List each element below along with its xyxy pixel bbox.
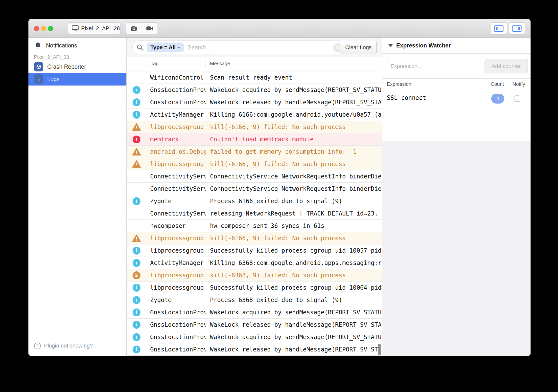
log-level-icon-cell: ! bbox=[127, 123, 146, 131]
log-tag-cell: hwcomposer bbox=[146, 222, 206, 229]
info-icon: i bbox=[133, 284, 140, 292]
log-message-cell: Successfully killed process cgroup uid 1… bbox=[206, 284, 382, 291]
add-counter-button[interactable]: Add counter bbox=[485, 59, 528, 73]
log-level-icon-cell: i bbox=[127, 308, 146, 316]
sidebar-item-logs[interactable]: → Logs bbox=[28, 73, 126, 86]
log-message-cell: WakeLock released by handleMessage(REPOR… bbox=[206, 99, 382, 106]
log-row[interactable]: ilibprocessgroupSuccessfully killed proc… bbox=[127, 282, 382, 294]
search-bar[interactable]: Type = All bbox=[132, 41, 345, 54]
info-icon: i bbox=[133, 197, 140, 205]
log-message-cell: kill(-6166, 9) failed: No such process bbox=[206, 235, 382, 242]
log-row[interactable]: iGnssLocationProviderWakeLock acquired b… bbox=[127, 306, 382, 319]
log-message-cell: kill(-6368, 9) failed: No such process bbox=[206, 272, 382, 279]
log-tag-cell: GnssLocationProvider bbox=[146, 346, 206, 353]
svg-text:!: ! bbox=[136, 150, 137, 155]
log-row[interactable]: iGnssLocationProviderWakeLock acquired b… bbox=[127, 84, 382, 96]
info-icon: i bbox=[133, 111, 140, 119]
title-bar[interactable]: Pixel_2_API_28 bbox=[28, 19, 531, 38]
log-tag-cell: ActivityManager bbox=[146, 260, 206, 266]
log-level-icon-cell: i bbox=[127, 111, 146, 119]
clear-logs-button[interactable]: Clear Logs bbox=[340, 41, 377, 54]
vertical-scrollbar-thumb[interactable] bbox=[378, 344, 381, 355]
collapse-triangle-icon[interactable] bbox=[388, 44, 393, 47]
expression-watcher-title: Expression Watcher bbox=[396, 42, 451, 49]
device-section-label: Pixel_2_API_28 bbox=[34, 54, 69, 60]
column-divider bbox=[206, 61, 206, 68]
log-message-cell: Killing 6368:com.google.android.apps.mes… bbox=[206, 260, 382, 266]
screen-record-button[interactable] bbox=[142, 23, 158, 34]
toggle-left-panel-button[interactable] bbox=[491, 22, 507, 34]
sidebar-item-crash-reporter[interactable]: Crash Reporter bbox=[28, 60, 126, 73]
log-row[interactable]: iActivityManagerKilling 6166:com.google.… bbox=[127, 109, 382, 121]
log-row[interactable]: hwcomposerhw_composer sent 36 syncs in 6… bbox=[127, 220, 382, 232]
camera-icon bbox=[130, 25, 137, 31]
log-row[interactable]: iActivityManagerKilling 6368:com.google.… bbox=[127, 257, 382, 269]
log-row[interactable]: iZygoteProcess 6368 exited due to signal… bbox=[127, 294, 382, 306]
log-message-cell: WakeLock acquired by sendMessage(REPORT_… bbox=[206, 334, 382, 341]
info-icon: i bbox=[133, 296, 140, 304]
monitor-icon bbox=[72, 25, 79, 31]
expression-input[interactable] bbox=[386, 59, 481, 73]
log-row[interactable]: iZygoteProcess 6166 exited due to signal… bbox=[127, 195, 382, 207]
column-header-count: Count bbox=[491, 81, 504, 87]
log-message-cell: Process 6368 exited due to signal (9) bbox=[206, 297, 382, 304]
watcher-row[interactable]: SSL_connect 0 bbox=[382, 91, 531, 106]
column-header-tag: Tag bbox=[151, 61, 159, 66]
svg-text:!: ! bbox=[136, 236, 137, 241]
log-tag-cell: GnssLocationProvider bbox=[146, 87, 206, 93]
warning-icon: ! bbox=[132, 123, 141, 131]
log-row[interactable]: !libprocessgroupkill(-6166, 9) failed: N… bbox=[127, 121, 382, 133]
logs-arrow-icon: → bbox=[34, 74, 43, 84]
log-row[interactable]: ilibprocessgroupSuccessfully killed proc… bbox=[127, 244, 382, 257]
plugin-not-showing-link[interactable]: ? Plugin not showing? bbox=[28, 340, 126, 352]
sidebar-item-label: Crash Reporter bbox=[47, 64, 86, 70]
log-row[interactable]: iGnssLocationProviderWakeLock released b… bbox=[127, 319, 382, 331]
log-row[interactable]: ConnectivityServicereleasing NetworkRequ… bbox=[127, 207, 382, 220]
warning-icon: ! bbox=[132, 160, 141, 168]
fullscreen-button[interactable] bbox=[48, 26, 53, 31]
log-row[interactable]: ConnectivityServiceConnectivityService N… bbox=[127, 170, 382, 183]
log-row[interactable]: WificondControlScan result ready event bbox=[127, 71, 382, 84]
log-tag-cell: GnssLocationProvider bbox=[146, 99, 206, 106]
log-message-cell: Couldn't load memtrack module bbox=[206, 136, 382, 143]
video-camera-icon bbox=[146, 26, 153, 31]
info-icon: i bbox=[133, 333, 140, 341]
log-row[interactable]: iGnssLocationProviderWakeLock acquired b… bbox=[127, 331, 382, 343]
log-tag-cell: ConnectivityService bbox=[146, 173, 206, 180]
logs-panel: Type = All Clear Logs Tag Message bbox=[127, 38, 382, 356]
toggle-right-panel-button[interactable] bbox=[509, 22, 525, 34]
log-row[interactable]: !memtrackCouldn't load memtrack module bbox=[127, 133, 382, 146]
screenshot-button[interactable] bbox=[126, 23, 142, 34]
log-tag-cell: libprocessgroup bbox=[146, 161, 206, 168]
log-message-cell: Successfully killed process cgroup uid 1… bbox=[206, 247, 382, 254]
log-row[interactable]: iGnssLocationProviderWakeLock released b… bbox=[127, 343, 382, 356]
log-row[interactable]: iGnssLocationProviderWakeLock released b… bbox=[127, 96, 382, 109]
log-tag-cell: libprocessgroup bbox=[146, 284, 206, 291]
search-input[interactable] bbox=[187, 44, 333, 51]
panel-toggle-group bbox=[491, 22, 525, 34]
log-message-cell: releasing NetworkRequest [ TRACK_DEFAULT… bbox=[206, 210, 382, 217]
log-row[interactable]: !libprocessgroupkill(-6166, 9) failed: N… bbox=[127, 232, 382, 244]
log-level-icon-cell: i bbox=[127, 197, 146, 205]
log-message-cell: kill(-6166, 9) failed: No such process bbox=[206, 161, 382, 168]
log-row[interactable]: !libprocessgroupkill(-6166, 9) failed: N… bbox=[127, 158, 382, 170]
log-row[interactable]: !android.os.Debugfailed to get memory co… bbox=[127, 146, 382, 158]
type-filter-chip[interactable]: Type = All bbox=[147, 43, 184, 52]
log-message-cell: WakeLock released by handleMessage(REPOR… bbox=[206, 321, 382, 328]
expression-watcher-panel: Expression Watcher Add counter Expressio… bbox=[382, 38, 531, 356]
log-message-cell: failed to get memory consumption info: -… bbox=[206, 148, 382, 155]
log-level-icon-cell: i bbox=[127, 86, 146, 94]
app-window: Pixel_2_API_28 bbox=[28, 19, 531, 356]
device-selector-label: Pixel_2_API_28 bbox=[81, 25, 120, 32]
minimize-button[interactable] bbox=[41, 26, 46, 31]
log-message-cell: ConnectivityService NetworkRequestInfo b… bbox=[206, 173, 382, 180]
log-message-cell: WakeLock acquired by sendMessage(REPORT_… bbox=[206, 309, 382, 316]
notify-checkbox[interactable] bbox=[514, 95, 520, 102]
device-selector-button[interactable]: Pixel_2_API_28 bbox=[68, 22, 120, 34]
log-row[interactable]: 2libprocessgroupkill(-6368, 9) failed: N… bbox=[127, 269, 382, 282]
close-button[interactable] bbox=[34, 26, 39, 31]
column-divider bbox=[508, 82, 508, 88]
sidebar-item-notifications[interactable]: Notifications bbox=[28, 39, 126, 52]
log-row[interactable]: ConnectivityServiceConnectivityService N… bbox=[127, 183, 382, 195]
log-table-header: Tag Message bbox=[127, 57, 382, 71]
